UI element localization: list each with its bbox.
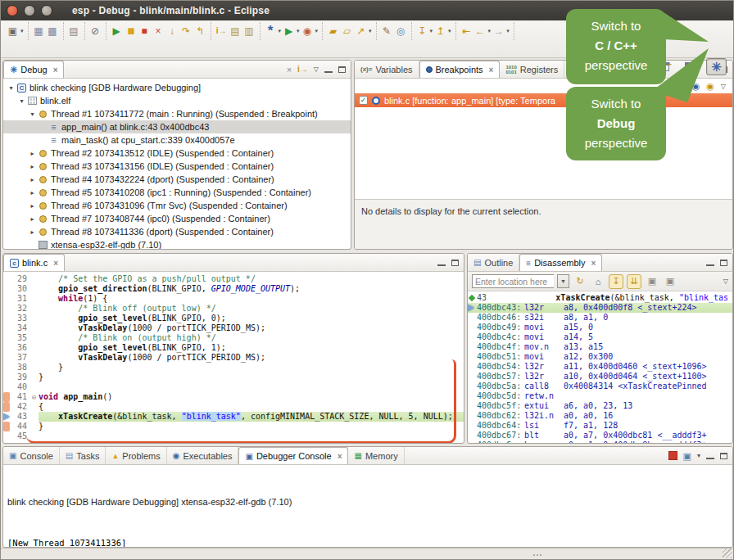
disassembly-listing[interactable]: 43 xTaskCreate(&blink_task, "blink_tas40… — [468, 292, 732, 443]
external-tools-icon[interactable]: ◉ — [301, 23, 315, 39]
breakpoint-checkbox[interactable]: ✓ — [359, 96, 368, 105]
new-wizard-dropdown-icon[interactable]: ▾ — [20, 28, 24, 34]
save-all-icon[interactable]: ▩ — [46, 23, 60, 39]
tab-disassembly[interactable]: ≡ Disassembly × — [519, 254, 602, 271]
location-input[interactable]: Enter location here — [472, 274, 554, 288]
minimize-icon[interactable] — [706, 453, 714, 459]
console-dropdown-icon[interactable]: ▾ — [697, 452, 700, 459]
tab-debug[interactable]: ✳ Debug × — [3, 61, 64, 78]
debug-tree-item[interactable]: ≡main_task() at cpu_start.c:339 0x400d05… — [3, 133, 351, 147]
open-project-icon[interactable]: ▰ — [326, 23, 340, 39]
cpp-perspective-button[interactable]: C — [680, 58, 700, 75]
breakpoint-row[interactable]: ✓ blink.c [function: app_main] [type: Te… — [355, 93, 732, 107]
tab-debug-close-icon[interactable]: × — [53, 65, 58, 75]
flash-dropdown-icon[interactable]: ▾ — [369, 28, 372, 34]
fold-marker-icon[interactable]: ⊖ — [29, 392, 39, 402]
tab-outline[interactable]: ▤ Outline — [468, 254, 519, 271]
debug-tree-item[interactable]: ▸Thread #3 1073413156 (IDLE) (Suspended … — [3, 160, 351, 173]
debug-tree-item[interactable]: ▸Thread #6 1073431096 (Tmr Svc) (Suspend… — [3, 199, 351, 212]
debug-tree-item[interactable]: ▸Thread #4 1073432224 (dport) (Suspended… — [3, 173, 351, 186]
skip-all-breakpoints-icon[interactable]: ⊘ — [88, 23, 102, 39]
window-close-button[interactable] — [7, 5, 18, 16]
refresh-icon[interactable]: ↻ — [573, 274, 587, 289]
new-wizard-icon[interactable]: ▣ — [6, 23, 20, 39]
disconnect-icon[interactable]: × — [152, 23, 165, 39]
debug-launch-dropdown-icon[interactable]: ▾ — [279, 28, 282, 34]
expand-arrow-icon[interactable]: ▸ — [28, 202, 37, 210]
debug-tree-item[interactable]: ▾Cblink checking [GDB Hardware Debugging… — [3, 81, 351, 94]
tab-tasks[interactable]: ▤ Tasks — [60, 447, 106, 464]
step-over-icon[interactable]: ↷ — [179, 23, 193, 39]
step-return-icon[interactable]: ↰ — [193, 23, 207, 39]
tab-memory[interactable]: ▦ Memory — [348, 447, 404, 464]
terminate-icon[interactable] — [668, 451, 677, 460]
instruction-stepping-icon[interactable]: i→ — [215, 23, 229, 39]
view-menu-icon[interactable]: ▽ — [721, 83, 726, 90]
external-tools-dropdown-icon[interactable]: ▾ — [315, 28, 319, 34]
window-maximize-button[interactable] — [41, 5, 52, 16]
home-icon[interactable]: ⌂ — [591, 274, 605, 289]
window-minimize-button[interactable] — [24, 5, 35, 16]
use-step-filters-icon[interactable]: ▥ — [242, 23, 256, 39]
tab-debugger-console[interactable]: ▣ Debugger Console × — [238, 447, 348, 464]
debug-tree-item[interactable]: ▸Thread #2 1073413512 (IDLE) (Suspended … — [3, 147, 351, 160]
save-icon[interactable]: ▦ — [32, 23, 46, 39]
expand-arrow-icon[interactable]: ▾ — [17, 97, 26, 105]
tab-debugger-console-close-icon[interactable]: × — [338, 452, 342, 461]
show-source-icon[interactable]: ▤ — [229, 23, 242, 39]
suspend-icon[interactable]: ▮▮ — [124, 23, 138, 39]
minimize-icon[interactable] — [324, 66, 333, 73]
maximize-icon[interactable] — [338, 66, 346, 73]
open-resource-icon[interactable]: ▱ — [340, 23, 354, 39]
debug-tree-item[interactable]: xtensa-esp32-elf-gdb (7.10) — [3, 238, 351, 249]
tab-blink-c-close-icon[interactable]: × — [53, 259, 58, 268]
flash-icon[interactable]: ↗ — [354, 23, 368, 39]
expand-arrow-icon[interactable]: ▾ — [7, 84, 16, 92]
expand-arrow-icon[interactable]: ▸ — [28, 163, 37, 170]
console-output[interactable]: blink checking [GDB Hardware Debugging] … — [3, 465, 732, 547]
instruction-stepping-icon[interactable]: i→ — [297, 64, 308, 75]
debug-tree-item[interactable]: ▾Thread #1 1073411772 (main : Running) (… — [3, 107, 351, 120]
view-menu-icon[interactable]: ▽ — [723, 278, 728, 285]
debug-perspective-button[interactable]: ✳ — [706, 58, 727, 75]
debug-launch-icon[interactable]: * — [264, 23, 278, 39]
next-annotation-dropdown-icon[interactable]: ▾ — [430, 28, 433, 34]
tab-variables[interactable]: (x)= Variables — [355, 61, 419, 78]
tab-disassembly-close-icon[interactable]: × — [591, 259, 596, 268]
tab-blink-c[interactable]: c blink.c × — [3, 254, 65, 271]
expand-arrow-icon[interactable]: ▸ — [28, 228, 37, 236]
debug-tree-item[interactable]: ▸Thread #5 1073410208 (ipc1 : Running) (… — [3, 186, 351, 199]
last-edit-location-icon[interactable]: ⇤ — [460, 23, 473, 39]
back-icon[interactable]: ← — [473, 23, 487, 39]
pin-view-icon[interactable]: ▣ — [663, 274, 677, 289]
minimize-icon[interactable] — [706, 260, 714, 266]
tab-breakpoints-close-icon[interactable]: × — [489, 65, 494, 75]
remove-all-terminated-icon[interactable]: × — [287, 64, 292, 75]
run-launch-dropdown-icon[interactable]: ▾ — [297, 28, 300, 34]
expand-arrow-icon[interactable]: ▸ — [28, 215, 37, 223]
new-view-icon[interactable]: ▣ — [645, 274, 659, 289]
maximize-icon[interactable] — [720, 453, 727, 459]
resize-grip[interactable] — [723, 549, 732, 558]
expand-arrow-icon[interactable]: ▾ — [28, 111, 37, 118]
maximize-icon[interactable] — [720, 260, 727, 266]
tab-breakpoints[interactable]: Breakpoints × — [419, 61, 501, 78]
format-brush-icon[interactable]: ✎ — [380, 23, 394, 39]
display-console-icon[interactable]: ▣ — [683, 450, 691, 462]
debug-tree-item[interactable]: ▸Thread #7 1073408744 (ipc0) (Suspended … — [3, 212, 351, 225]
view-menu-icon[interactable]: ▽ — [314, 65, 319, 73]
location-dropdown-icon[interactable]: ▼ — [557, 274, 569, 288]
code-area[interactable]: 29 /* Set the GPIO as a push/pull output… — [3, 272, 464, 443]
step-into-icon[interactable]: ↓ — [165, 23, 179, 39]
show-supported-breakpoints-icon[interactable]: ◉ — [692, 80, 700, 92]
build-icon[interactable]: ▤ — [67, 23, 81, 39]
tab-console[interactable]: ▣ Console — [3, 447, 60, 464]
forward-dropdown-icon[interactable]: ▾ — [506, 28, 510, 34]
back-dropdown-icon[interactable]: ▾ — [488, 28, 492, 34]
terminate-icon[interactable]: ■ — [138, 23, 152, 39]
resume-icon[interactable]: ▶ — [110, 23, 124, 39]
debug-tree-item[interactable]: ≡app_main() at blink.c:43 0x400dbc43 — [3, 120, 351, 133]
debug-tree[interactable]: ▾Cblink checking [GDB Hardware Debugging… — [3, 79, 351, 249]
expand-arrow-icon[interactable]: ▸ — [28, 189, 37, 196]
follow-execution-toggle-icon[interactable]: ⇊ — [627, 274, 641, 289]
